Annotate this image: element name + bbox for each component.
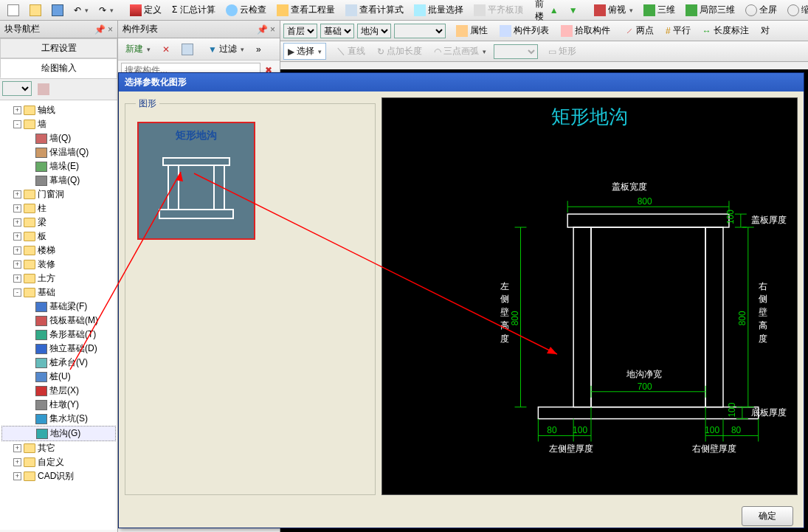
new-doc-button[interactable] bbox=[3, 2, 24, 18]
tab-project-settings[interactable]: 工程设置 bbox=[0, 38, 117, 58]
svg-text:右侧壁高度: 右侧壁高度 bbox=[759, 281, 767, 345]
expand-icon[interactable]: + bbox=[13, 260, 21, 269]
tree-item-7[interactable]: +柱 bbox=[1, 201, 116, 215]
svg-rect-5 bbox=[573, 227, 591, 407]
length-dim-button[interactable]: ↔长度标注 bbox=[698, 22, 753, 39]
pick-component-button[interactable]: 拾取构件 bbox=[556, 22, 615, 39]
tree-item-0[interactable]: +轴线 bbox=[1, 103, 116, 117]
save-button[interactable] bbox=[47, 2, 68, 18]
shape-thumbnail[interactable]: 矩形地沟 bbox=[137, 122, 255, 240]
tree-item-21[interactable]: 柱墩(Y) bbox=[1, 398, 116, 412]
tree-item-4[interactable]: 墙垛(E) bbox=[1, 159, 116, 173]
tree-item-3[interactable]: 保温墙(Q) bbox=[1, 145, 116, 159]
filter-button[interactable]: ▼ 过滤▾ bbox=[204, 41, 249, 58]
expand-icon[interactable]: + bbox=[13, 458, 21, 466]
type-select[interactable]: 地沟 bbox=[357, 24, 391, 38]
tree-item-5[interactable]: 幕墙(Q) bbox=[1, 173, 116, 187]
define-button[interactable]: 定义 bbox=[125, 1, 166, 18]
floor-down-button[interactable]: ▼ bbox=[564, 3, 582, 18]
folder-icon bbox=[24, 274, 35, 283]
tree-item-14[interactable]: 基础梁(F) bbox=[1, 300, 116, 314]
tree-item-9[interactable]: +板 bbox=[1, 229, 116, 243]
category-select[interactable]: 基础 bbox=[320, 24, 354, 38]
ok-button[interactable]: 确定 bbox=[742, 506, 793, 526]
expand-icon[interactable]: - bbox=[13, 289, 21, 297]
rect-tool-button[interactable]: ▭矩形 bbox=[544, 43, 581, 60]
expand-icon[interactable]: + bbox=[13, 190, 21, 198]
cloud-check-button[interactable]: 云检查 bbox=[221, 1, 271, 18]
component-tree[interactable]: +轴线-墙墙(Q)保温墙(Q)墙垛(E)幕墙(Q)+门窗洞+柱+梁+板+楼梯+装… bbox=[0, 100, 117, 530]
draw-opt-select[interactable] bbox=[494, 44, 538, 59]
tree-item-8[interactable]: +梁 bbox=[1, 215, 116, 229]
nav-tool-button[interactable] bbox=[33, 81, 54, 97]
tree-item-2[interactable]: 墙(Q) bbox=[1, 131, 116, 145]
batch-select-button[interactable]: 批量选择 bbox=[410, 1, 468, 18]
expand-icon[interactable]: + bbox=[13, 472, 21, 480]
tree-item-26[interactable]: +CAD识别 bbox=[1, 469, 116, 483]
tree-item-22[interactable]: 集水坑(S) bbox=[1, 412, 116, 426]
tree-item-15[interactable]: 筏板基础(M) bbox=[1, 314, 116, 328]
expand-icon[interactable]: + bbox=[13, 218, 21, 227]
floor-select[interactable]: 首层 bbox=[283, 24, 317, 38]
tree-label: 楼梯 bbox=[38, 244, 55, 257]
tree-item-24[interactable]: +其它 bbox=[1, 441, 116, 455]
expand-icon[interactable]: + bbox=[13, 246, 21, 255]
tree-item-11[interactable]: +装修 bbox=[1, 258, 116, 272]
perspective-button[interactable]: 俯视▾ bbox=[590, 1, 638, 18]
tab-draw-input[interactable]: 绘图输入 bbox=[0, 58, 117, 78]
view-qty-button[interactable]: 查看工程量 bbox=[272, 1, 339, 18]
expand-icon[interactable]: + bbox=[13, 106, 21, 114]
three-arc-button[interactable]: ◠三点画弧▾ bbox=[429, 43, 491, 60]
view-calc-button[interactable]: 查看计算式 bbox=[341, 1, 408, 18]
pin-icon[interactable]: 📌 bbox=[257, 24, 268, 35]
parallel-button[interactable]: #平行 bbox=[661, 22, 695, 39]
tree-item-17[interactable]: 独立基础(D) bbox=[1, 342, 116, 356]
close-icon[interactable]: × bbox=[270, 24, 275, 35]
tree-item-23[interactable]: 地沟(G) bbox=[1, 426, 116, 441]
pin-icon[interactable]: 📌 bbox=[94, 24, 106, 35]
folder-icon bbox=[24, 246, 35, 255]
tree-item-1[interactable]: -墙 bbox=[1, 117, 116, 131]
select-tool-button[interactable]: ▶ 选择▾ bbox=[283, 43, 326, 60]
floor-up-button[interactable]: ▲ bbox=[545, 3, 563, 18]
property-button[interactable]: 属性 bbox=[452, 22, 492, 39]
expand-icon[interactable]: - bbox=[13, 120, 21, 128]
undo-button[interactable]: ↶▾ bbox=[69, 3, 93, 18]
copy-button[interactable] bbox=[177, 41, 198, 58]
new-component-button[interactable]: 新建▾ bbox=[121, 41, 155, 58]
component-list-btn[interactable]: 构件列表 bbox=[495, 22, 553, 39]
arc-len-button[interactable]: ↻点加长度 bbox=[373, 43, 427, 60]
svg-text:100: 100 bbox=[725, 210, 736, 224]
tree-item-19[interactable]: 桩(U) bbox=[1, 370, 116, 384]
local-3d-button[interactable]: 局部三维 bbox=[681, 1, 739, 18]
redo-button[interactable]: ↷▾ bbox=[94, 3, 118, 18]
delete-button[interactable]: ✕ bbox=[158, 42, 174, 57]
fullscreen-button[interactable]: 全屏 bbox=[741, 1, 781, 18]
expand-icon[interactable]: + bbox=[13, 444, 21, 452]
two-point-button[interactable]: ⟋两点 bbox=[621, 22, 658, 39]
item-icon bbox=[35, 176, 47, 186]
tree-item-20[interactable]: 垫层(X) bbox=[1, 384, 116, 398]
tree-item-25[interactable]: +自定义 bbox=[1, 455, 116, 469]
tree-item-10[interactable]: +楼梯 bbox=[1, 243, 116, 258]
tree-item-12[interactable]: +土方 bbox=[1, 272, 116, 286]
tree-item-18[interactable]: 桩承台(V) bbox=[1, 356, 116, 370]
zoom-button[interactable]: 缩放▾ bbox=[783, 1, 808, 18]
expand-icon[interactable]: + bbox=[13, 274, 21, 283]
more-button[interactable]: » bbox=[252, 42, 266, 57]
align-button[interactable]: 对 bbox=[756, 22, 774, 39]
instance-select[interactable] bbox=[394, 24, 446, 38]
expand-icon[interactable]: + bbox=[13, 204, 21, 213]
flat-top-button[interactable]: 平齐板顶 bbox=[469, 1, 528, 18]
nav-filter-select[interactable] bbox=[2, 81, 32, 96]
svg-text:左侧壁厚度: 左侧壁厚度 bbox=[549, 443, 593, 454]
expand-icon[interactable]: + bbox=[13, 232, 21, 241]
open-button[interactable] bbox=[25, 2, 46, 18]
3d-button[interactable]: 三维 bbox=[639, 1, 680, 18]
tree-item-6[interactable]: +门窗洞 bbox=[1, 187, 116, 201]
tree-item-13[interactable]: -基础 bbox=[1, 286, 116, 300]
sum-calc-button[interactable]: Σ 汇总计算 bbox=[168, 1, 220, 18]
tree-item-16[interactable]: 条形基础(T) bbox=[1, 328, 116, 342]
close-icon[interactable]: × bbox=[108, 24, 113, 35]
line-tool-button[interactable]: ＼直线 bbox=[332, 43, 370, 60]
